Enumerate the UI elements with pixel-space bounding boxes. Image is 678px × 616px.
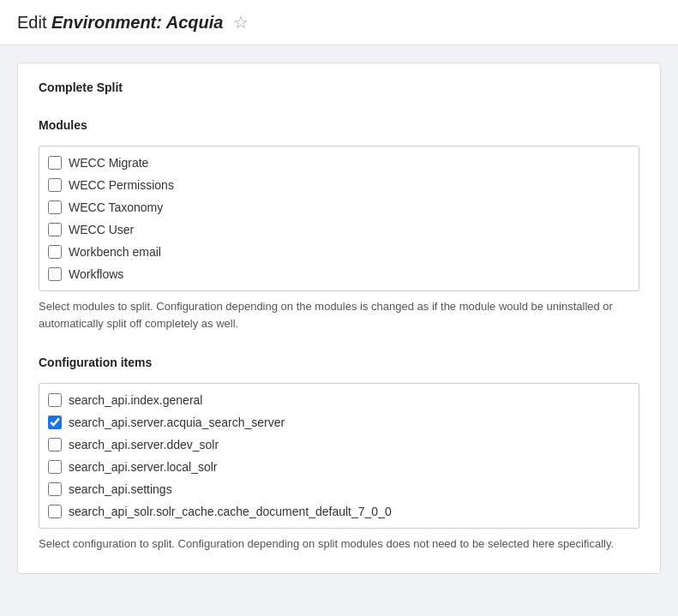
- list-item[interactable]: search_api.server.local_solr: [39, 456, 639, 478]
- list-item[interactable]: search_api.server.acquia_search_server: [39, 411, 639, 434]
- favorite-icon[interactable]: ☆: [233, 13, 249, 32]
- search_api_server_local-label[interactable]: search_api.server.local_solr: [69, 460, 218, 474]
- list-item[interactable]: Workflows: [39, 263, 639, 285]
- list-item[interactable]: WECC Taxonomy: [39, 196, 639, 218]
- list-item[interactable]: search_api_solr.solr_cache.cache_documen…: [39, 500, 639, 523]
- wecc_migrate-checkbox[interactable]: [48, 156, 62, 170]
- search_api_server_local-checkbox[interactable]: [48, 460, 62, 474]
- list-item[interactable]: WECC Permissions: [39, 174, 639, 196]
- workbench_email-label[interactable]: Workbench email: [69, 245, 161, 259]
- wecc_taxonomy-checkbox[interactable]: [48, 200, 62, 214]
- search_api_server_acquia-label[interactable]: search_api.server.acquia_search_server: [69, 416, 285, 429]
- page-header: Edit Environment: Acquia ☆: [0, 0, 678, 45]
- list-item[interactable]: search_api.server.ddev_solr: [39, 434, 639, 456]
- config-section: Configuration items search_api.index.gen…: [39, 356, 639, 553]
- modules-label: Modules: [39, 118, 639, 132]
- search_api_server_ddev-label[interactable]: search_api.server.ddev_solr: [69, 438, 219, 452]
- modules-list: WECC MigrateWECC PermissionsWECC Taxonom…: [39, 146, 639, 291]
- config-list: search_api.index.generalsearch_api.serve…: [39, 383, 639, 529]
- config-label: Configuration items: [39, 356, 639, 369]
- modules-help-text: Select modules to split. Configuration d…: [39, 298, 639, 332]
- search_api_settings-checkbox[interactable]: [48, 482, 62, 496]
- workflows-label[interactable]: Workflows: [69, 267, 123, 281]
- workbench_email-checkbox[interactable]: [48, 245, 62, 259]
- page-title: Edit Environment: Acquia ☆: [17, 12, 661, 33]
- list-item[interactable]: WECC Migrate: [39, 152, 639, 174]
- list-item[interactable]: search_api.settings: [39, 478, 639, 500]
- complete-split-title: Complete Split: [39, 81, 639, 94]
- config-help-text: Select configuration to split. Configura…: [39, 535, 639, 553]
- main-card: Complete Split Modules WECC MigrateWECC …: [17, 63, 661, 574]
- wecc_user-label[interactable]: WECC User: [69, 223, 134, 236]
- search_api_server_ddev-checkbox[interactable]: [48, 438, 62, 452]
- list-item[interactable]: search_api.index.general: [39, 389, 639, 411]
- search_api_solr_cache-checkbox[interactable]: [48, 505, 62, 518]
- wecc_permissions-label[interactable]: WECC Permissions: [69, 178, 174, 192]
- search_api_index_general-checkbox[interactable]: [48, 393, 62, 407]
- search_api_server_acquia-checkbox[interactable]: [48, 416, 62, 429]
- wecc_user-checkbox[interactable]: [48, 223, 62, 236]
- search_api_solr_cache-label[interactable]: search_api_solr.solr_cache.cache_documen…: [69, 505, 392, 518]
- modules-section: Modules WECC MigrateWECC PermissionsWECC…: [39, 118, 639, 332]
- list-item[interactable]: Workbench email: [39, 241, 639, 263]
- search_api_index_general-label[interactable]: search_api.index.general: [69, 393, 202, 407]
- wecc_migrate-label[interactable]: WECC Migrate: [69, 156, 148, 170]
- search_api_settings-label[interactable]: search_api.settings: [69, 482, 172, 496]
- wecc_taxonomy-label[interactable]: WECC Taxonomy: [69, 200, 163, 214]
- list-item[interactable]: WECC User: [39, 218, 639, 241]
- workflows-checkbox[interactable]: [48, 267, 62, 281]
- wecc_permissions-checkbox[interactable]: [48, 178, 62, 192]
